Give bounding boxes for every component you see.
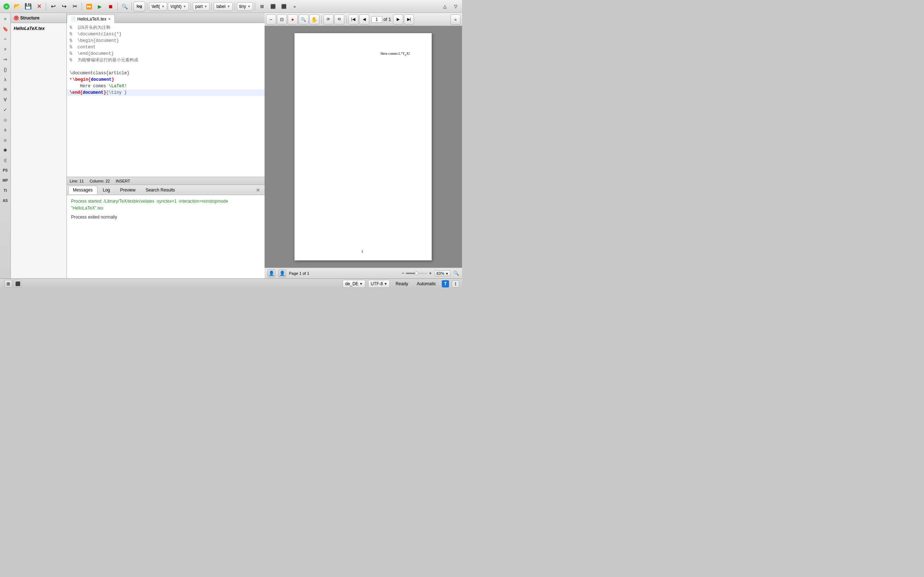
preview-page-number: 1 [361, 250, 363, 253]
sync-forward-btn[interactable]: ⟳ [323, 15, 333, 24]
separator-5 [147, 3, 147, 10]
zoom-in-btn[interactable]: + [429, 271, 432, 276]
zoom-slider[interactable] [406, 272, 427, 274]
help-button[interactable]: ▽ [451, 2, 460, 11]
braces-btn[interactable]: {} [1, 65, 10, 74]
cyrillic-btn[interactable]: Ж [1, 85, 10, 94]
zoom-out-preview-btn[interactable]: − [266, 15, 276, 24]
zoom-dropdown[interactable]: 83% ▼ [435, 271, 451, 276]
save-button[interactable]: 💾 [23, 2, 33, 11]
tiny-dropdown[interactable]: tiny ▼ [237, 2, 254, 11]
bottom-panel: Messages Log Preview Search Results ✕ [67, 185, 265, 279]
page-number-input[interactable] [372, 16, 382, 23]
as-btn[interactable]: AS [1, 196, 10, 205]
messages-tab[interactable]: Messages [68, 186, 97, 194]
zoom-in-preview-btn[interactable]: 🔍 [299, 15, 309, 24]
symbols-btn[interactable]: ≡ [1, 45, 10, 53]
part-dropdown[interactable]: part ▼ [193, 2, 210, 11]
find-button[interactable]: 🔍 [120, 2, 129, 11]
left-paren-dropdown[interactable]: \left( ▼ [149, 2, 167, 11]
arrow-btn[interactable]: ⇒ [1, 55, 10, 63]
first-page-btn[interactable]: |◀ [348, 15, 359, 24]
search-results-tab[interactable]: Search Results [141, 186, 179, 194]
of-label: of [384, 17, 387, 22]
notification-icon[interactable]: 1 [452, 280, 459, 287]
close-button[interactable]: ✕ [34, 2, 44, 11]
editor-mode: INSERT [115, 179, 130, 183]
ps-btn[interactable]: PS [1, 166, 10, 174]
mp-btn[interactable]: MP [1, 176, 10, 185]
preview-sep-2 [346, 16, 347, 23]
forall-btn[interactable]: ∀ [1, 95, 10, 104]
preview-tab[interactable]: Preview [115, 186, 141, 194]
code-editor[interactable]: % 以%开头的为注释 % \documentclass{*} % \begin{… [67, 23, 265, 177]
log-tab[interactable]: Log [98, 186, 115, 194]
code-line-6: % 为能够编译运行的最小元素构成 [67, 57, 265, 63]
accent-btn[interactable]: á [1, 126, 10, 134]
hand-tool-btn[interactable]: ✋ [309, 15, 320, 24]
cut-button[interactable]: ✂ [69, 2, 80, 11]
right-paren-dropdown[interactable]: \right) ▼ [168, 2, 189, 11]
compile-button[interactable]: ▶ [95, 2, 105, 11]
fold-btn[interactable]: ▼ [69, 76, 72, 83]
user-btn-1[interactable]: 👤 [267, 269, 275, 277]
emoji-btn[interactable]: ☺ [1, 115, 10, 124]
left-icon-sidebar: ≡ 🔖 ÷ ≡ ⇒ {} λ Ж ∀ ✓ ☺ á ◎ ✱ ({ PS MP TI… [0, 13, 11, 279]
ready-status: Ready [396, 281, 408, 286]
structure-file-item[interactable]: HelloLaTeX.tex [11, 23, 66, 34]
editor-tab-hellolateX[interactable]: 📄 HelloLaTeX.tex ✕ [67, 15, 115, 23]
label-dropdown[interactable]: label ▼ [214, 2, 233, 11]
tab-bar: 📄 HelloLaTeX.tex ✕ [67, 13, 265, 23]
user-btn-2[interactable]: 👤 [278, 269, 286, 277]
bookmarks-btn[interactable]: 🔖 [1, 24, 10, 33]
open-button[interactable]: 📂 [12, 2, 23, 11]
cursor-column: Column: 22 [89, 179, 110, 183]
last-page-btn[interactable]: ▶| [404, 15, 414, 24]
zoom-slider-thumb [415, 272, 418, 275]
highlight-btn[interactable]: ● [288, 15, 298, 24]
bracket-btn[interactable]: ({ [1, 156, 10, 164]
layout-btn-1[interactable]: ⊞ [4, 280, 12, 288]
zoom-fit-preview-btn[interactable]: ⊡ [277, 15, 287, 24]
check-btn[interactable]: ✓ [1, 105, 10, 114]
tab-icon: 📄 [71, 16, 76, 21]
svg-text:+: + [5, 4, 8, 9]
zoom-search-btn[interactable]: 🔍 [453, 271, 459, 276]
structure-toggle-btn[interactable]: ≡ [1, 15, 10, 23]
separator-3 [117, 3, 118, 10]
encoding-dropdown[interactable]: UTF-8 ▼ [368, 280, 390, 288]
language-dropdown[interactable]: de_DE ▼ [342, 280, 365, 288]
preview-content[interactable]: Here comes LATEX! 1 [265, 26, 462, 268]
cursor-line: Line: 11 [69, 179, 84, 183]
structure-panel: ✕ Structure HelloLaTeX.tex [11, 13, 67, 279]
grid-icon-2[interactable]: ⬛ [268, 2, 278, 11]
next-page-btn[interactable]: ▶ [393, 15, 403, 24]
todo-btn[interactable]: ÷ [1, 35, 10, 43]
new-button[interactable]: + [2, 2, 11, 11]
redo-button[interactable]: ↪ [59, 2, 69, 11]
grid-icon-1[interactable]: ⊞ [257, 2, 267, 11]
editor-area: 📄 HelloLaTeX.tex ✕ % 以%开头的为注释 % \documen… [67, 13, 265, 279]
settings-button[interactable]: △ [439, 2, 450, 11]
more-preview-btn[interactable]: » [451, 15, 460, 24]
editor-status-bar: Line: 11 Column: 22 INSERT [67, 177, 265, 185]
lambda-btn[interactable]: λ [1, 75, 10, 84]
star-btn[interactable]: ✱ [1, 146, 10, 154]
bottom-icons-group: ⊞ ⬛ [4, 280, 22, 288]
sync-back-btn[interactable]: ⟲ [334, 15, 344, 24]
stop-button[interactable]: ⏹ [105, 2, 115, 11]
prev-page-btn[interactable]: ◀ [359, 15, 369, 24]
grid-icon-3[interactable]: ⬛ [279, 2, 289, 11]
structure-close-btn[interactable]: ✕ [14, 16, 19, 21]
more-button[interactable]: » [289, 2, 300, 11]
panel-close-btn[interactable]: ✕ [254, 187, 262, 193]
log-button[interactable]: log [134, 2, 145, 11]
layout-btn-2[interactable]: ⬛ [14, 280, 22, 288]
ti-btn[interactable]: TI [1, 186, 10, 195]
build-view-button[interactable]: ⏩ [84, 2, 94, 11]
zoom-out-btn[interactable]: − [402, 271, 405, 276]
total-pages: 1 [389, 17, 391, 22]
special-btn[interactable]: ◎ [1, 135, 10, 144]
tab-close-btn[interactable]: ✕ [108, 17, 111, 21]
undo-button[interactable]: ↩ [48, 2, 58, 11]
